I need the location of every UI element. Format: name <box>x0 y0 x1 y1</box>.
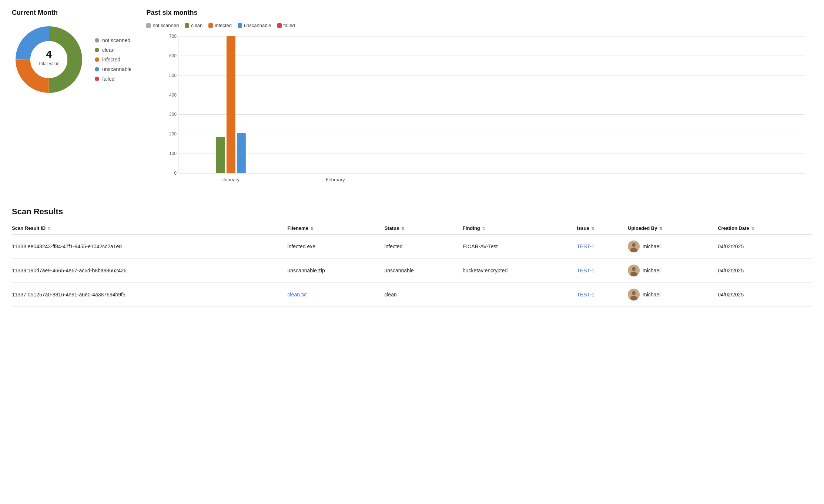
svg-point-24 <box>632 243 636 247</box>
bar-legend-sq-not-scanned <box>146 23 151 28</box>
donut-svg: 4 Total value <box>12 23 86 97</box>
issue-link[interactable]: TEST-1 <box>577 292 594 298</box>
cell-uploaded-by: michael <box>628 259 718 283</box>
cell-uploaded-by: michael <box>628 234 718 259</box>
issue-link[interactable]: TEST-1 <box>577 268 594 273</box>
bar-legend-label-clean: clean <box>191 23 202 28</box>
cell-creation-date: 04/02/2025 <box>718 283 812 307</box>
legend-dot-not-scanned <box>95 38 99 43</box>
cell-uploaded-by: michael <box>628 283 718 307</box>
cell-issue[interactable]: TEST-1 <box>577 234 628 259</box>
cell-filename: unscannable.zip <box>288 259 385 283</box>
svg-text:500: 500 <box>169 73 177 78</box>
svg-point-27 <box>632 267 636 271</box>
bar-legend-label-unscannable: unscannable <box>244 23 271 28</box>
bar-legend-not-scanned: not scanned <box>146 23 179 28</box>
legend-label-unscannable: unscannable <box>102 66 131 72</box>
cell-filename[interactable]: clean.txt <box>288 283 385 307</box>
sort-icon-id: ⇅ <box>48 226 51 231</box>
past-six-months-title: Past six months <box>146 9 812 17</box>
bar-legend-clean: clean <box>185 23 202 28</box>
col-header-id[interactable]: Scan Result ID ⇅ <box>12 222 288 234</box>
cell-filename: infected.exe <box>288 234 385 259</box>
cell-id: 11338:ee543243-ff84-47f1-9455-e1042cc2a1… <box>12 234 288 259</box>
filename-link[interactable]: clean.txt <box>288 292 307 298</box>
cell-creation-date: 04/02/2025 <box>718 234 812 259</box>
bar-legend-unscannable: unscannable <box>238 23 271 28</box>
col-header-finding[interactable]: Finding ⇅ <box>463 222 577 234</box>
sort-icon-finding: ⇅ <box>482 226 485 231</box>
cell-id: 11339:190d7ae9-4665-4e67-ac6d-b8ba886624… <box>12 259 288 283</box>
legend-item-infected: infected <box>95 57 131 63</box>
legend-label-failed: failed <box>102 76 114 82</box>
svg-rect-19 <box>227 36 235 173</box>
scan-results-tbody: 11338:ee543243-ff84-47f1-9455-e1042cc2a1… <box>12 234 812 307</box>
bar-chart-svg: 0100200300400500600700JanuaryFebruary <box>164 33 812 188</box>
cell-finding: EICAR-AV-Test <box>463 234 577 259</box>
legend-label-not-scanned: not scanned <box>102 37 130 43</box>
legend-item-clean: clean <box>95 47 131 53</box>
svg-text:January: January <box>222 177 240 182</box>
svg-text:300: 300 <box>169 112 177 117</box>
svg-text:400: 400 <box>169 93 177 98</box>
svg-point-30 <box>632 291 636 295</box>
legend-dot-failed <box>95 77 99 81</box>
scan-results-section: Scan Results Scan Result ID ⇅ Filename ⇅… <box>12 207 812 307</box>
col-header-creation-date[interactable]: Creation Date ⇅ <box>718 222 812 234</box>
cell-finding <box>463 283 577 307</box>
legend-dot-clean <box>95 48 99 52</box>
uploaded-by-name: michael <box>643 292 660 298</box>
svg-text:600: 600 <box>169 53 177 58</box>
donut-legend: not scanned clean infected unscannable f… <box>95 37 131 82</box>
bar-legend-label-failed: failed <box>284 23 295 28</box>
past-six-months-panel: Past six months not scanned clean infect… <box>146 9 812 189</box>
issue-link[interactable]: TEST-1 <box>577 243 594 249</box>
cell-issue[interactable]: TEST-1 <box>577 283 628 307</box>
svg-rect-18 <box>216 137 225 173</box>
col-header-issue[interactable]: Issue ⇅ <box>577 222 628 234</box>
donut-container: 4 Total value not scanned clean infected <box>12 23 131 97</box>
sort-icon-filename: ⇅ <box>311 226 314 231</box>
cell-issue[interactable]: TEST-1 <box>577 259 628 283</box>
legend-item-unscannable: unscannable <box>95 66 131 72</box>
top-section: Current Month 4 Total value <box>12 9 812 189</box>
legend-dot-infected <box>95 57 99 62</box>
svg-text:700: 700 <box>169 34 177 39</box>
uploaded-by-name: michael <box>643 243 660 249</box>
avatar <box>628 289 640 300</box>
scan-results-thead: Scan Result ID ⇅ Filename ⇅ Status ⇅ Fin… <box>12 222 812 234</box>
scan-results-title: Scan Results <box>12 207 812 216</box>
legend-dot-unscannable <box>95 67 99 71</box>
current-month-title: Current Month <box>12 9 131 17</box>
svg-text:0: 0 <box>174 171 177 176</box>
col-header-status[interactable]: Status ⇅ <box>384 222 462 234</box>
avatar <box>628 241 640 252</box>
bar-legend-sq-clean <box>185 23 189 28</box>
table-row: 11339:190d7ae9-4665-4e67-ac6d-b8ba886624… <box>12 259 812 283</box>
col-header-uploaded-by[interactable]: Uploaded By ⇅ <box>628 222 718 234</box>
legend-label-clean: clean <box>102 47 114 53</box>
bar-legend-sq-infected <box>208 23 213 28</box>
table-row: 11337:051257a0-8816-4e91-a6e0-4a387694b9… <box>12 283 812 307</box>
legend-label-infected: infected <box>102 57 120 63</box>
uploaded-by-name: michael <box>643 268 660 273</box>
cell-id: 11337:051257a0-8816-4e91-a6e0-4a387694b9… <box>12 283 288 307</box>
current-month-panel: Current Month 4 Total value <box>12 9 131 189</box>
legend-item-failed: failed <box>95 76 131 82</box>
cell-finding: bucketav:encrypted <box>463 259 577 283</box>
sort-icon-creation-date: ⇅ <box>751 226 754 231</box>
bar-legend-infected: infected <box>208 23 232 28</box>
sort-icon-uploaded-by: ⇅ <box>659 226 662 231</box>
scan-results-table: Scan Result ID ⇅ Filename ⇅ Status ⇅ Fin… <box>12 222 812 307</box>
cell-creation-date: 04/02/2025 <box>718 259 812 283</box>
bar-legend-label-infected: infected <box>215 23 232 28</box>
cell-status: unscannable <box>384 259 462 283</box>
sort-icon-issue: ⇅ <box>591 226 594 231</box>
svg-text:200: 200 <box>169 131 177 137</box>
col-header-filename[interactable]: Filename ⇅ <box>288 222 385 234</box>
table-header-row: Scan Result ID ⇅ Filename ⇅ Status ⇅ Fin… <box>12 222 812 234</box>
bar-legend-failed: failed <box>277 23 295 28</box>
bar-chart-legend: not scanned clean infected unscannable f… <box>146 23 812 28</box>
svg-rect-20 <box>237 133 246 173</box>
bar-legend-label-not-scanned: not scanned <box>153 23 179 28</box>
